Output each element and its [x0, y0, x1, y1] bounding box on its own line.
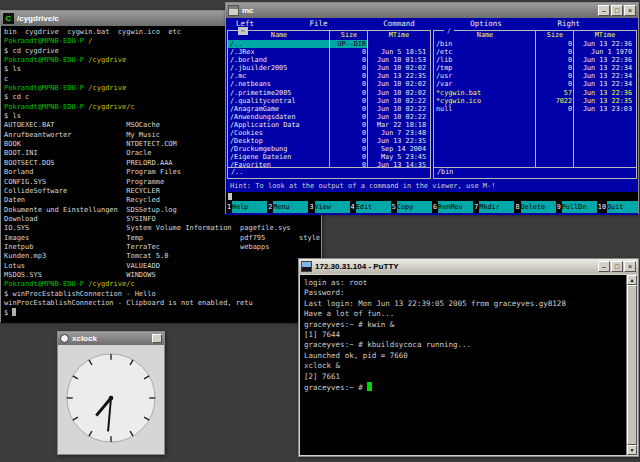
mc-file-time: Jun 13 22:35: [368, 72, 430, 80]
mc-fkey-help[interactable]: 1Help: [226, 201, 267, 213]
column-separator: [535, 31, 536, 168]
mc-fkey-pulldn[interactable]: 9PullDn: [556, 201, 597, 213]
mc-file-name: /bin: [434, 40, 536, 48]
fkey-label: RenMov: [438, 201, 473, 213]
mc-file-size: 57: [536, 89, 574, 97]
scroll-down-arrow-icon[interactable]: ▼: [627, 445, 637, 455]
close-button[interactable]: ×: [624, 5, 636, 16]
analog-clock-face: [62, 349, 160, 447]
terminal-line: Have a lot of fun...: [304, 309, 622, 319]
maximize-button[interactable]: □: [611, 5, 623, 16]
putty-scrollbar[interactable]: ▲ ▼: [626, 275, 637, 455]
mc-titlebar[interactable]: mc – □ ×: [226, 3, 638, 18]
mc-fkey-view[interactable]: 3View: [308, 201, 349, 213]
terminal-line: Password:: [304, 288, 622, 298]
mc-file-name: /..: [228, 40, 330, 48]
xclock-titlebar[interactable]: xclock: [58, 332, 164, 345]
mc-file-time: Jun 10 02:02: [368, 89, 430, 97]
mc-fkey-renmov[interactable]: 6RenMov: [432, 201, 473, 213]
mc-file-time: Jun 5 18:51: [368, 48, 430, 56]
column-separator: [573, 31, 574, 168]
mc-menu-options[interactable]: Options: [470, 19, 502, 30]
mc-file-size: 0: [330, 153, 368, 161]
mc-file-size: 0: [330, 129, 368, 137]
fkey-label: View: [315, 201, 350, 213]
mc-file-size: 0: [330, 105, 368, 113]
mc-file-name: /etc: [434, 48, 536, 56]
mc-file-name: *cygwin.ico: [434, 97, 536, 105]
column-header-size[interactable]: Size: [330, 31, 368, 40]
terminal-line: $ winProcEstablishConnection - Hello: [4, 290, 318, 299]
close-button[interactable]: [152, 334, 162, 343]
terminal-line: login as: root: [304, 278, 622, 288]
terminal-cursor: [12, 308, 16, 316]
terminal-line: Launched ok, pid = 7660: [304, 351, 622, 361]
terminal-cursor: [367, 382, 372, 391]
maximize-button[interactable]: □: [611, 261, 623, 272]
xclock-window-title: xclock: [72, 334, 149, 343]
mc-file-time: Jun 10 01:53: [368, 56, 430, 64]
mc-file-name: /.primetime2005: [228, 89, 330, 97]
mc-file-size: 0: [330, 80, 368, 88]
mc-file-size: 0: [330, 56, 368, 64]
mc-fkey-quit[interactable]: 10Quit: [597, 201, 638, 213]
mc-right-mini-status: /bin: [434, 167, 636, 178]
column-header-size[interactable]: Size: [536, 31, 574, 40]
terminal-line: Images Temp pdf795 style.css: [4, 234, 318, 243]
fkey-label: Mkdir: [479, 201, 514, 213]
mc-file-name: /.jbuilder2005: [228, 64, 330, 72]
scrollbar-thumb[interactable]: [627, 285, 637, 445]
mc-file-time: May 5 23:45: [368, 153, 430, 161]
putty-titlebar[interactable]: 172.30.31.104 - PuTTY – □ ×: [299, 259, 638, 274]
mc-file-time: Jun 10 02:22: [368, 113, 430, 121]
midnight-commander-window: mc – □ × LeftFileCommandOptionsRight ~ N…: [225, 2, 639, 214]
terminal-line: Last login: Mon Jun 13 22:39:05 2005 fro…: [304, 299, 622, 309]
scroll-up-arrow-icon[interactable]: ▲: [627, 275, 637, 285]
mc-file-name: /.borland: [228, 56, 330, 64]
column-separator: [329, 31, 330, 168]
column-header-mtime[interactable]: MTime: [368, 31, 430, 40]
column-header-mtime[interactable]: MTime: [574, 31, 636, 40]
mc-fkey-copy[interactable]: 5Copy: [391, 201, 432, 213]
fkey-label: Menu: [273, 201, 308, 213]
terminal-line: [2] 7661: [304, 372, 622, 382]
mc-file-size: 0: [330, 97, 368, 105]
terminal-line: graceyves:~ # kbuildsycoca running...: [304, 340, 622, 350]
mc-menu-command[interactable]: Command: [383, 19, 415, 30]
mc-file-time: Jun 13 22:36: [574, 89, 636, 97]
mc-file-size: 0: [330, 113, 368, 121]
close-button[interactable]: ×: [624, 261, 636, 272]
mc-file-name: /lib: [434, 56, 536, 64]
mc-file-size: 0: [330, 137, 368, 145]
mc-file-size: 0: [536, 64, 574, 72]
mc-file-size: 0: [330, 48, 368, 56]
mc-command-line[interactable]: [226, 192, 638, 201]
mc-left-panel-path[interactable]: ~: [238, 27, 248, 35]
mc-file-time: Jun 7 23:48: [368, 129, 430, 137]
terminal-line: xclock &: [304, 361, 622, 371]
mc-right-panel: / Name Size MTime /bin0Jun 13 22:36/etc0…: [433, 30, 637, 179]
mc-file-name: /Application Data: [228, 121, 330, 129]
mc-file-size: 0: [536, 48, 574, 56]
mc-menu-file[interactable]: File: [310, 19, 328, 30]
mc-panels: ~ Name Size MTime /..UP--DIR/.JRex0Jun 5…: [226, 30, 638, 181]
mc-fkey-menu[interactable]: 2Menu: [267, 201, 308, 213]
mc-fkey-delete[interactable]: 8Delete: [514, 201, 555, 213]
fkey-number: 10: [597, 201, 607, 213]
mc-fkey-mkdir[interactable]: 7Mkdir: [473, 201, 514, 213]
mc-file-time: [368, 40, 430, 48]
putty-terminal-screen[interactable]: login as: rootPassword:Last login: Mon J…: [300, 275, 626, 455]
mc-fkey-edit[interactable]: 4Edit: [350, 201, 391, 213]
mc-window-title: mc: [242, 6, 595, 15]
mc-file-time: Jun 13 22:35: [368, 137, 430, 145]
mc-file-size: 7022: [536, 97, 574, 105]
mc-menu-right[interactable]: Right: [557, 19, 580, 30]
mc-file-name: /Druckumgebung: [228, 145, 330, 153]
minimize-button[interactable]: –: [598, 5, 610, 16]
mc-file-size: 0: [536, 40, 574, 48]
mc-file-time: Jun 13 22:34: [574, 72, 636, 80]
mc-right-panel-path[interactable]: /: [444, 27, 454, 35]
minimize-button[interactable]: –: [598, 261, 610, 272]
console-icon: [228, 5, 239, 16]
mc-file-name: /usr: [434, 72, 536, 80]
